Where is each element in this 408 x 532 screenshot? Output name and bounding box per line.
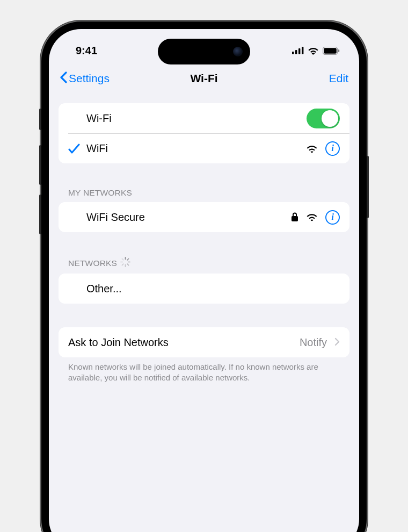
ask-to-join-label: Ask to Join Networks (68, 336, 300, 349)
phone-volume-down (39, 195, 41, 234)
wifi-toggle-row: Wi-Fi (59, 103, 349, 133)
battery-icon (323, 47, 340, 55)
network-row[interactable]: WiFi Secure i (59, 202, 349, 232)
networks-header: NETWORKS (59, 253, 349, 274)
svg-line-11 (127, 264, 128, 265)
front-camera (233, 47, 243, 56)
toggle-knob (322, 110, 338, 127)
svg-line-9 (127, 258, 128, 260)
ask-to-join-footer: Known networks will be joined automatica… (59, 357, 349, 384)
wifi-signal-icon (306, 213, 318, 221)
status-icons (292, 47, 340, 55)
svg-line-13 (122, 264, 123, 265)
svg-rect-1 (295, 50, 297, 54)
other-network-row[interactable]: Other... (59, 274, 349, 304)
edit-button[interactable]: Edit (329, 72, 348, 85)
other-label: Other... (86, 283, 340, 295)
nav-bar: Settings Wi-Fi Edit (49, 67, 359, 90)
content: Wi-Fi WiFi i (49, 90, 359, 384)
wifi-signal-icon (306, 145, 318, 153)
connected-network-name: WiFi (86, 142, 306, 155)
ask-to-join-value: Notify (300, 336, 327, 349)
status-time: 9:41 (76, 45, 97, 57)
wifi-main-card: Wi-Fi WiFi i (59, 103, 349, 163)
phone-mute-switch (39, 109, 41, 130)
wifi-status-icon (308, 47, 319, 55)
svg-rect-2 (298, 48, 300, 54)
info-button[interactable]: i (325, 210, 340, 225)
svg-rect-7 (292, 216, 298, 221)
loading-spinner-icon (120, 257, 130, 269)
dynamic-island (158, 39, 250, 64)
phone-power-button (367, 156, 369, 218)
back-button[interactable]: Settings (60, 71, 110, 86)
phone-volume-up (39, 145, 41, 185)
lock-icon (291, 212, 298, 222)
my-networks-card: WiFi Secure i (59, 202, 349, 232)
wifi-toggle[interactable] (307, 109, 340, 128)
svg-rect-5 (324, 48, 337, 54)
back-label: Settings (69, 72, 110, 85)
my-networks-header: MY NETWORKS (59, 184, 349, 202)
svg-rect-6 (338, 49, 339, 52)
phone-frame: 9:41 (41, 21, 367, 532)
info-button[interactable]: i (325, 141, 340, 156)
svg-line-15 (122, 258, 123, 260)
cellular-signal-icon (292, 47, 304, 54)
networks-card: Other... (59, 274, 349, 304)
svg-rect-0 (292, 52, 294, 54)
network-name: WiFi Secure (86, 211, 291, 224)
chevron-left-icon (60, 71, 68, 86)
screen: 9:41 (49, 29, 359, 532)
checkmark-icon (68, 143, 86, 154)
ask-to-join-row[interactable]: Ask to Join Networks Notify (59, 327, 349, 357)
chevron-right-icon (334, 336, 340, 349)
networks-header-label: NETWORKS (68, 258, 117, 268)
wifi-toggle-label: Wi-Fi (86, 112, 307, 125)
svg-rect-3 (302, 47, 303, 54)
connected-network-row[interactable]: WiFi i (68, 133, 349, 163)
ask-to-join-card: Ask to Join Networks Notify (59, 327, 349, 357)
